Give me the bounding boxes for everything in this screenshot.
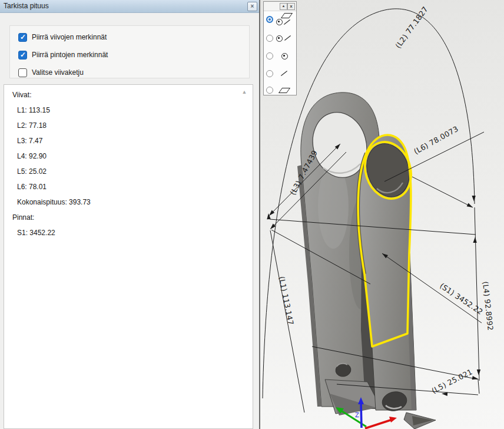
vertex-icon (276, 35, 283, 42)
edge-icon (284, 35, 291, 41)
edge-icon (284, 19, 290, 25)
model-part[interactable] (297, 93, 436, 429)
checkbox-icon[interactable] (18, 33, 27, 42)
face-icon (281, 13, 293, 18)
list-item: Kokonaispituus: 393.73 (4, 194, 253, 210)
radio-icon[interactable] (266, 16, 273, 23)
extension-line-L6 (412, 177, 473, 207)
vertex-icon (276, 19, 283, 25)
edge-icon (281, 71, 287, 76)
list-item: L2: 77.18 (4, 118, 253, 133)
checkbox-draw-surface-marks[interactable]: Piirrä pintojen merkinnät (18, 50, 108, 60)
list-item: S1: 3452.22 (4, 225, 253, 240)
list-item: Pinnat: (4, 210, 253, 225)
dim-label-L4: (L4) 92.8992 (481, 281, 495, 331)
dialog-title: Tarkista pituus (4, 2, 49, 10)
check-length-dialog: Tarkista pituus × Piirrä viivojen merkin… (0, 0, 259, 429)
checkbox-icon[interactable] (18, 68, 27, 77)
vertex-icon (281, 53, 288, 60)
checkbox-label: Piirrä viivojen merkinnät (32, 33, 107, 41)
checkbox-label: Valitse viivaketju (32, 68, 84, 77)
checkbox-icon[interactable] (18, 51, 27, 60)
list-item: L4: 92.90 (4, 148, 253, 164)
app-window: Tarkista pituus × Piirrä viivojen merkin… (0, 0, 504, 429)
list-item: L3: 7.47 (4, 133, 253, 148)
filter-toolbar-header[interactable]: ▲ x (264, 2, 296, 11)
dialog-titlebar[interactable]: Tarkista pituus × (0, 0, 259, 13)
z-axis-label: Z (355, 412, 359, 418)
selection-filter-toolbar: ▲ x (263, 1, 297, 95)
radio-icon[interactable] (266, 52, 273, 60)
radio-icon[interactable] (266, 70, 273, 77)
close-icon[interactable]: × (247, 2, 257, 11)
list-item: L1: 113.15 (4, 103, 253, 118)
radio-icon[interactable] (266, 35, 273, 42)
filter-vertex[interactable] (266, 49, 294, 63)
filter-face[interactable] (266, 83, 294, 97)
close-icon[interactable]: x (287, 3, 295, 10)
checkbox-draw-line-marks[interactable]: Piirrä viivojen merkinnät (18, 32, 107, 42)
filter-all[interactable] (266, 12, 294, 27)
measurements-list[interactable]: Viivat:L1: 113.15L2: 77.18L3: 7.47L4: 92… (4, 84, 253, 429)
dim-label-L6: (L6) 78.0073 (412, 124, 460, 156)
radio-icon[interactable] (266, 87, 273, 94)
list-item: L6: 78.01 (4, 179, 253, 194)
checkbox-label: Piirrä pintojen merkinnät (32, 51, 108, 59)
filter-vertex-edge[interactable] (266, 31, 294, 45)
options-groupbox: Piirrä viivojen merkinnät Piirrä pintoje… (9, 25, 250, 78)
scroll-up-icon[interactable]: ▲ (241, 90, 248, 95)
graphics-viewport[interactable]: (L2) 77.1827 (L6) 78.0073 (L3) 7.47439 (… (260, 0, 504, 429)
dimension-line-L4 (475, 207, 479, 381)
x-axis-arrow (389, 417, 397, 423)
dim-label-S1: (S1) 3452.22 (438, 281, 485, 316)
face-icon (278, 88, 290, 93)
corner-tick (478, 380, 479, 394)
collapse-icon[interactable]: ▲ (280, 3, 287, 10)
filter-edge[interactable] (266, 67, 294, 81)
list-item: Viivat: (4, 87, 253, 103)
model-view[interactable]: (L2) 77.1827 (L6) 78.0073 (L3) 7.47439 (… (260, 0, 504, 429)
list-item: L5: 25.02 (4, 164, 253, 179)
dim-label-L1: (L1) 113.147 (277, 276, 296, 326)
checkbox-select-chain[interactable]: Valitse viivaketju (18, 68, 84, 77)
